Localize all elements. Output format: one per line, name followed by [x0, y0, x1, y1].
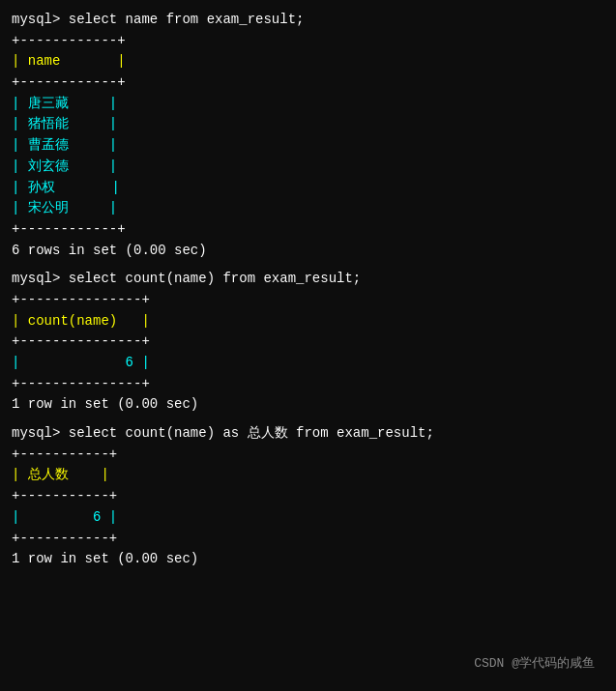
row-1-4: | 刘玄德 | — [12, 157, 604, 178]
block-count-name: mysql> select count(name) from exam_resu… — [12, 269, 604, 416]
row-1-6: | 宋公明 | — [12, 198, 604, 219]
prompt-3: mysql> select count(name) as 总人数 from ex… — [12, 423, 604, 445]
border-bot-3: +-----------+ — [12, 529, 604, 550]
header-2: | count(name) | — [12, 311, 604, 332]
row-1-2: | 猪悟能 | — [12, 114, 604, 135]
prompt-2: mysql> select count(name) from exam_resu… — [12, 269, 604, 290]
row-1-5: | 孙权 | — [12, 178, 604, 199]
result-3: 1 row in set (0.00 sec) — [12, 549, 604, 570]
terminal: mysql> select name from exam_result; +--… — [12, 10, 604, 681]
block-count-alias: mysql> select count(name) as 总人数 from ex… — [12, 423, 604, 570]
border-mid-3: +-----------+ — [12, 486, 604, 507]
row-1-3: | 曹孟德 | — [12, 135, 604, 157]
result-1: 6 rows in set (0.00 sec) — [12, 241, 604, 262]
header-3: | 总人数 | — [12, 465, 604, 486]
row-1-1: | 唐三藏 | — [12, 94, 604, 115]
border-top-3: +-----------+ — [12, 445, 604, 466]
border-top-2: +---------------+ — [12, 290, 604, 311]
header-1: | name | — [12, 51, 604, 72]
border-top-1: +------------+ — [12, 31, 604, 52]
border-bot-1: +------------+ — [12, 219, 604, 241]
result-2: 1 row in set (0.00 sec) — [12, 394, 604, 416]
border-mid-2: +---------------+ — [12, 331, 604, 353]
row-3-1: | 6 | — [12, 507, 604, 529]
block-select-name: mysql> select name from exam_result; +--… — [12, 10, 604, 261]
border-mid-1: +------------+ — [12, 72, 604, 94]
watermark: CSDN @学代码的咸鱼 — [474, 654, 595, 674]
border-bot-2: +---------------+ — [12, 374, 604, 395]
row-2-1: | 6 | — [12, 353, 604, 374]
prompt-1: mysql> select name from exam_result; — [12, 10, 604, 31]
